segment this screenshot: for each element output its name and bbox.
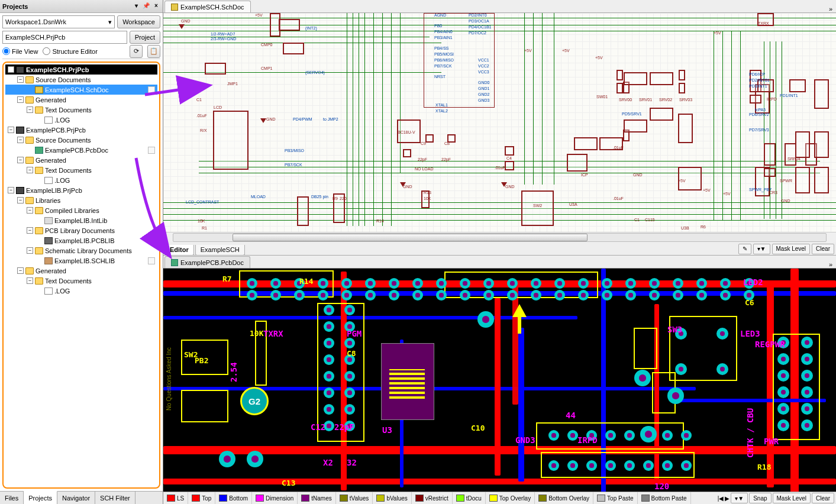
list-icon[interactable]: 📋: [147, 45, 160, 58]
editor-tab-editor[interactable]: Editor: [164, 245, 194, 256]
layer-tab-tvalues[interactable]: tValues: [336, 492, 373, 505]
pcb-10k: 10K: [250, 329, 263, 338]
workspace-button[interactable]: Workspace: [117, 15, 160, 28]
overflow-icon[interactable]: »: [825, 261, 836, 268]
layer-tab-bvalues[interactable]: bValues: [373, 492, 411, 505]
tree-item[interactable]: ExampleLIB.PCBLIB: [5, 235, 157, 245]
bottom-tab-files[interactable]: Files: [0, 492, 24, 504]
mask-level-button[interactable]: Mask Level: [772, 244, 811, 254]
refresh-icon[interactable]: ⟳: [130, 45, 143, 58]
tree-item[interactable]: ExamplePCB.PcbDoc: [5, 145, 157, 155]
tree-toggle-icon[interactable]: −: [17, 197, 24, 203]
label-pb3: PB3/MISO: [285, 148, 304, 153]
tree-toggle-icon[interactable]: −: [17, 267, 24, 274]
close-icon[interactable]: ×: [152, 2, 160, 11]
layer-tab-ls[interactable]: LS: [163, 492, 188, 505]
tree-toggle-icon[interactable]: −: [27, 277, 33, 284]
overflow-icon[interactable]: »: [825, 5, 836, 12]
dropdown-icon[interactable]: ▾: [132, 2, 140, 11]
filter-icon[interactable]: ▾▼: [731, 493, 748, 503]
tree-item[interactable]: −PCB Library Documents: [5, 225, 157, 235]
tree-item[interactable]: −Text Documents: [5, 165, 157, 175]
pcb-mask-level-button[interactable]: Mask Level: [773, 493, 811, 503]
layer-scroll-left-icon[interactable]: |◀: [718, 495, 724, 502]
layer-tab-top-overlay[interactable]: Top Overlay: [486, 492, 535, 505]
tree-item[interactable]: ExampleLIB.IntLib: [5, 215, 157, 225]
tree-item[interactable]: −Compiled Libraries: [5, 205, 157, 215]
layer-tab-tnames[interactable]: tNames: [298, 492, 335, 505]
tree-item[interactable]: .LOG: [5, 286, 157, 296]
clear-button[interactable]: Clear: [812, 244, 834, 254]
tree-item[interactable]: ExampleSCH.SchDoc: [5, 85, 157, 95]
tree-item[interactable]: .LOG: [5, 175, 157, 185]
tree-toggle-icon[interactable]: −: [27, 247, 33, 254]
pin-gnd0: GND0: [478, 80, 489, 85]
pin-icon[interactable]: 📌: [142, 2, 150, 11]
tree-item[interactable]: −Libraries: [5, 195, 157, 205]
tree-item[interactable]: −ExampleSCH.PrjPcb: [5, 64, 157, 75]
bottom-tab-sch-filter[interactable]: SCH Filter: [95, 492, 135, 504]
layer-tab-top-paste[interactable]: Top Paste: [593, 492, 637, 505]
snap-button[interactable]: Snap: [749, 493, 771, 503]
sch-doc-tab[interactable]: ExampleSCH.SchDoc: [164, 1, 251, 12]
doc-status-icon: [148, 257, 155, 264]
label-pd6srv2: PD6/SRV2: [749, 112, 769, 117]
label-spwrpb7: SPWR_PB7: [749, 188, 772, 192]
scroll-thumb[interactable]: [233, 234, 588, 241]
tree-toggle-icon[interactable]: −: [17, 137, 24, 143]
tree-toggle-icon[interactable]: −: [17, 157, 24, 163]
tree-item[interactable]: ExampleLIB.SCHLIB: [5, 256, 157, 266]
pcb-32: 32: [347, 458, 357, 467]
editor-tab-examplesch[interactable]: ExampleSCH: [195, 245, 245, 256]
tree-toggle-icon[interactable]: −: [27, 106, 33, 113]
structure-editor-radio[interactable]: Structure Editor: [43, 47, 97, 55]
layer-tab-bottom[interactable]: Bottom: [215, 492, 252, 505]
workspace-dropdown[interactable]: Workspace1.DsnWrk ▾: [2, 15, 115, 28]
project-field[interactable]: ExampleSCH.PrjPcb: [2, 31, 127, 44]
tree-toggle-icon[interactable]: −: [27, 227, 33, 234]
pcb-canvas[interactable]: G2 SW2 PB2 R7 R14 10K TXRX PGM C8 C12 22…: [163, 269, 836, 492]
tree-item[interactable]: −ExamplePCB.PrjPcb: [5, 125, 157, 135]
tree-label: ExamplePCB.PcbDoc: [45, 147, 146, 154]
pcb-doc-tab[interactable]: ExamplePCB.PcbDoc: [164, 256, 250, 268]
tree-item[interactable]: −Generated: [5, 95, 157, 105]
pcb-clear-button[interactable]: Clear: [812, 493, 834, 503]
tree-item[interactable]: −Generated: [5, 266, 157, 276]
file-view-radio[interactable]: File View: [2, 47, 38, 55]
bottom-tab-navigator[interactable]: Navigator: [57, 492, 95, 504]
filter-funnel-icon[interactable]: ▾▼: [753, 244, 770, 254]
tree-item[interactable]: −Source Documents: [5, 135, 157, 145]
tree-toggle-icon[interactable]: −: [17, 76, 24, 83]
layer-tab-tdocu[interactable]: tDocu: [453, 492, 486, 505]
tree-toggle-icon[interactable]: −: [27, 207, 33, 214]
label-5v-5: +5V: [678, 179, 686, 183]
schematic-canvas[interactable]: GND C1 LCD .01uF 1/2-RW=AD7 2/3-RW=GND +…: [163, 13, 836, 232]
layer-tab-bottom-overlay[interactable]: Bottom Overlay: [535, 492, 593, 505]
tree-item[interactable]: −Generated: [5, 155, 157, 165]
tree-item[interactable]: −Text Documents: [5, 276, 157, 286]
bottom-tab-projects[interactable]: Projects: [24, 491, 57, 504]
tree-toggle-icon[interactable]: −: [27, 167, 33, 173]
layer-scroll-right-icon[interactable]: ▶: [725, 495, 730, 502]
pcb-c10: C10: [471, 424, 485, 432]
tree-item[interactable]: −ExampleLIB.PrjPcb: [5, 185, 157, 195]
layer-tab-vrestrict[interactable]: vRestrict: [412, 492, 453, 505]
pin-pb3ain1: PB3/AIN1: [434, 35, 453, 40]
tree-item[interactable]: .LOG: [5, 115, 157, 125]
project-tree[interactable]: −ExampleSCH.PrjPcb−Source DocumentsExamp…: [5, 64, 157, 296]
tree-item[interactable]: −Text Documents: [5, 105, 157, 115]
highlight-tool-icon[interactable]: ✎: [738, 244, 751, 254]
layer-tab-top[interactable]: Top: [188, 492, 215, 505]
layer-swatch: [301, 495, 309, 502]
layer-tab-dimension[interactable]: Dimension: [252, 492, 298, 505]
tree-toggle-icon[interactable]: −: [8, 187, 14, 193]
tree-toggle-icon[interactable]: −: [8, 66, 14, 73]
tree-item[interactable]: −Source Documents: [5, 75, 157, 85]
tree-toggle-icon[interactable]: −: [17, 96, 24, 103]
project-button[interactable]: Project: [130, 31, 160, 44]
sch-horizontal-scrollbar[interactable]: [173, 233, 827, 242]
layer-swatch: [376, 495, 385, 502]
layer-tab-bottom-paste[interactable]: Bottom Paste: [638, 492, 691, 505]
tree-toggle-icon[interactable]: −: [8, 127, 14, 133]
tree-item[interactable]: −Schematic Library Documents: [5, 245, 157, 256]
